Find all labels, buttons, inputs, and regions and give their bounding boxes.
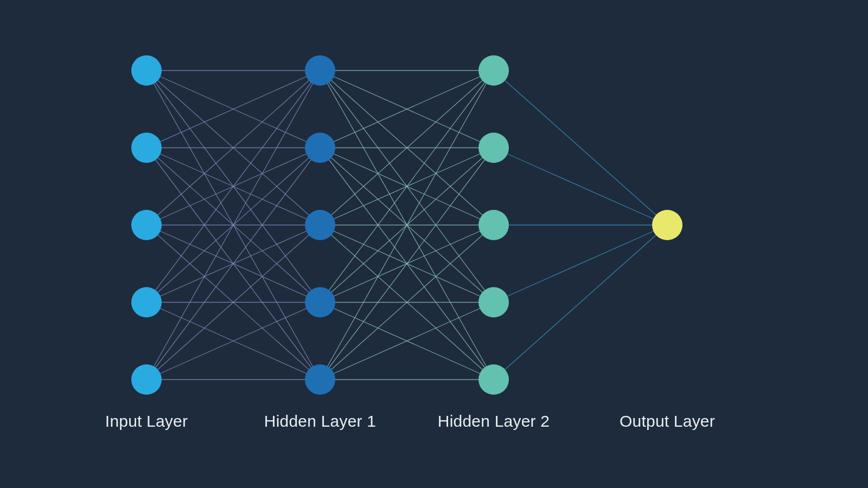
layer-label-output: Output Layer: [620, 412, 715, 431]
node-hidden1-1: [305, 133, 335, 163]
node-hidden1-2: [305, 210, 335, 240]
node-input-3: [131, 287, 162, 318]
node-hidden2-3: [478, 287, 509, 318]
node-hidden2-2: [478, 210, 509, 240]
edge-hidden2-to-output: [494, 225, 667, 303]
node-input-2: [131, 210, 162, 240]
node-hidden2-4: [478, 364, 509, 395]
node-hidden1-0: [305, 55, 335, 86]
node-input-0: [131, 55, 162, 86]
node-input-4: [131, 364, 162, 395]
neural-network-diagram: Input LayerHidden Layer 1Hidden Layer 2O…: [0, 0, 868, 488]
edge-hidden2-to-output: [494, 148, 667, 226]
node-input-1: [131, 133, 162, 163]
layer-label-hidden1: Hidden Layer 1: [264, 412, 376, 431]
edge-hidden2-to-output: [494, 225, 667, 380]
layer-label-hidden2: Hidden Layer 2: [438, 412, 550, 431]
node-hidden2-0: [478, 55, 509, 86]
node-hidden1-4: [305, 364, 335, 395]
node-output-0: [652, 210, 682, 240]
node-hidden2-1: [478, 133, 509, 163]
edge-hidden2-to-output: [494, 70, 667, 225]
layer-label-input: Input Layer: [105, 412, 188, 431]
node-hidden1-3: [305, 287, 335, 318]
